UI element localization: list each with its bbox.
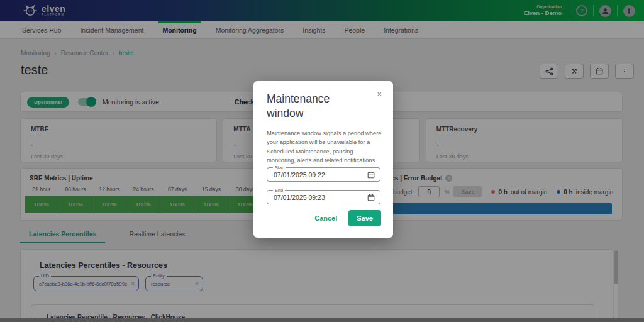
start-datetime-input[interactable] bbox=[274, 168, 358, 181]
calendar-icon[interactable] bbox=[367, 194, 375, 201]
end-datetime-input[interactable] bbox=[274, 191, 358, 204]
calendar-icon[interactable] bbox=[367, 171, 375, 179]
start-datetime-field[interactable]: Start bbox=[267, 167, 380, 182]
close-icon[interactable]: × bbox=[377, 90, 382, 98]
save-button[interactable]: Save bbox=[348, 210, 381, 226]
maintenance-window-modal: × Maintenance window Maintenance window … bbox=[253, 81, 393, 238]
cancel-button[interactable]: Cancel bbox=[314, 214, 337, 222]
modal-actions: Cancel Save bbox=[314, 210, 381, 226]
modal-description: Maintenance window signals a period wher… bbox=[267, 129, 382, 165]
end-datetime-field[interactable]: End bbox=[267, 190, 380, 204]
app-screen: elven PLATFORM Organization Elven - Demo… bbox=[0, 0, 644, 322]
modal-title: Maintenance window bbox=[267, 92, 361, 121]
